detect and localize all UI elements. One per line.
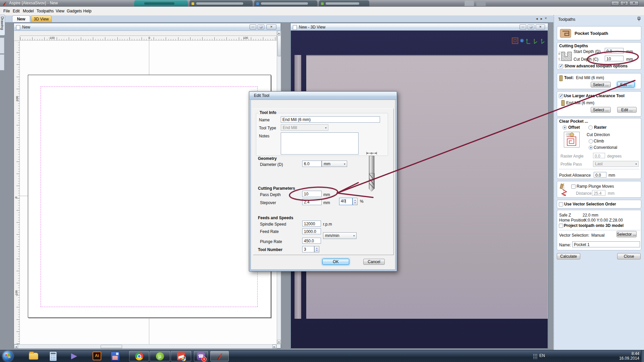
tab-close-icon[interactable]: ×: [545, 16, 547, 20]
background-browser-tab[interactable]: [134, 0, 188, 6]
menu-view[interactable]: View: [56, 9, 64, 13]
collapsed-side-tab[interactable]: [0, 38, 4, 54]
cut-depth-input[interactable]: 10: [605, 56, 624, 61]
minimize-icon[interactable]: —: [611, 1, 619, 6]
climb-radio[interactable]: [589, 139, 593, 143]
background-browser-tab[interactable]: [190, 0, 253, 6]
background-browser-tab[interactable]: [319, 0, 369, 6]
raster-angle-unit: degrees: [607, 154, 622, 159]
ok-button[interactable]: OK: [322, 259, 349, 265]
explorer-icon[interactable]: [29, 353, 38, 360]
offset-radio[interactable]: [562, 125, 567, 130]
tool-name-input[interactable]: End Mill (6 mm): [281, 116, 380, 123]
minimize-icon[interactable]: —: [250, 24, 256, 29]
menu-toolpaths[interactable]: Toolpaths: [37, 9, 54, 13]
tray-clock[interactable]: 8:44 16.09.2014: [616, 351, 639, 361]
minimize-icon[interactable]: —: [520, 24, 526, 29]
clearance-select-button[interactable]: Select ...: [591, 107, 611, 113]
menu-gadgets[interactable]: Gadgets: [67, 9, 82, 13]
background-browser-tab[interactable]: [465, 1, 474, 6]
tab-new[interactable]: New: [12, 15, 30, 22]
clearance-edit-button[interactable]: Edit ...: [617, 107, 637, 113]
pocket-allowance-input[interactable]: 0.0: [594, 172, 606, 178]
window-3d-titlebar[interactable]: New - 3D View — ❑ ✕: [291, 23, 548, 31]
calculate-button[interactable]: Calculate: [557, 253, 580, 259]
scrollbar-thumb[interactable]: [101, 345, 122, 349]
ramp-distance-input[interactable]: 25.4: [592, 190, 605, 196]
plunge-rate-input[interactable]: 450.0: [302, 238, 321, 244]
menu-help[interactable]: Help: [83, 9, 92, 13]
close-icon[interactable]: ✕: [629, 1, 639, 6]
show-advanced-checkbox[interactable]: [559, 64, 563, 68]
tool-select-button[interactable]: Select ...: [591, 82, 611, 87]
conventional-radio[interactable]: [589, 145, 593, 150]
text-editor-icon[interactable]: [111, 352, 120, 361]
illustrator-icon[interactable]: Ai: [93, 352, 101, 360]
window-2d-titlebar[interactable]: New — ❑ ✕: [14, 23, 280, 31]
close-icon[interactable]: ✕: [536, 24, 545, 29]
tool-number-input[interactable]: 3: [302, 246, 314, 252]
feed-rate-input[interactable]: 1000.0: [302, 228, 321, 234]
maximize-icon[interactable]: ❑: [258, 24, 264, 29]
rate-unit-select[interactable]: mm/min: [323, 232, 357, 239]
taskbar-viber[interactable]: ☎1: [194, 351, 208, 361]
project-checkbox[interactable]: [559, 224, 563, 228]
tab-nav-prev-icon[interactable]: ◄: [535, 17, 538, 21]
raster-angle-input[interactable]: 0.0: [593, 153, 605, 158]
start-depth-input[interactable]: 0.0: [605, 48, 624, 54]
stepover-percent-spinner[interactable]: [353, 198, 358, 205]
selector-button[interactable]: Selector ...: [616, 231, 637, 237]
profile-pass-select[interactable]: Last: [593, 161, 639, 167]
diameter-unit-select[interactable]: mm: [322, 161, 347, 167]
scroll-down-icon[interactable]: ▼: [277, 340, 281, 344]
show-desktop-button[interactable]: [641, 350, 644, 362]
menu-model[interactable]: Model: [23, 9, 34, 13]
scrollbar-horizontal[interactable]: ◄ ►: [14, 344, 277, 349]
canvas-2d[interactable]: [20, 41, 277, 344]
scroll-right-icon[interactable]: ►: [272, 345, 276, 348]
clearance-checkbox[interactable]: [559, 94, 563, 98]
tab-nav-next-icon[interactable]: ►: [540, 17, 543, 21]
toolpath-name-input[interactable]: Pocket 1: [572, 241, 640, 247]
selection-dashed-rect[interactable]: [41, 86, 258, 307]
raster-radio[interactable]: [588, 125, 593, 130]
taskbar-chrome[interactable]: [129, 351, 149, 361]
pass-depth-input[interactable]: 10: [302, 191, 322, 197]
scrollbar-thumb[interactable]: [277, 36, 281, 56]
background-browser-tab[interactable]: [476, 1, 486, 6]
scroll-up-icon[interactable]: ▲: [277, 31, 281, 35]
tab-3d-view[interactable]: 3D View: [31, 15, 52, 22]
close-icon[interactable]: ✕: [266, 24, 276, 29]
spindle-speed-input[interactable]: 12000: [302, 221, 321, 227]
tool-number-spinner[interactable]: [314, 246, 319, 252]
document-tabstrip: New 3D View ◄ ► ×: [0, 15, 644, 22]
scroll-left-icon[interactable]: ◄: [14, 345, 18, 348]
menu-edit[interactable]: Edit: [13, 9, 20, 13]
language-indicator[interactable]: EN: [539, 354, 545, 358]
tool-type-select[interactable]: End Mill: [281, 124, 328, 131]
cancel-button[interactable]: Cancel: [363, 259, 385, 265]
start-button[interactable]: [3, 351, 13, 361]
stepover-input[interactable]: 2.4: [302, 199, 322, 205]
tool-edit-button[interactable]: Edit ...: [617, 82, 635, 87]
dialog-titlebar[interactable]: Edit Tool: [250, 92, 396, 100]
restore-icon[interactable]: ❑: [620, 1, 628, 6]
kmplayer-icon[interactable]: ▶: [71, 351, 77, 360]
hidden-icons-grid[interactable]: [533, 354, 538, 359]
vector-order-checkbox[interactable]: [559, 202, 563, 206]
close-button[interactable]: Close: [617, 253, 641, 259]
taskbar-utorrent[interactable]: µ: [150, 351, 170, 361]
taskbar-aspire[interactable]: [210, 351, 229, 361]
tab-drawing-vertical[interactable]: Drawing: [0, 15, 5, 36]
menu-file[interactable]: File: [3, 9, 10, 13]
diameter-input[interactable]: 6.0: [302, 161, 322, 167]
taskbar-modeling-app[interactable]: [171, 351, 191, 361]
stepover-percent-input[interactable]: 40: [339, 198, 353, 205]
calculator-icon[interactable]: [50, 352, 57, 361]
notes-textarea[interactable]: [281, 132, 359, 155]
background-browser-tab[interactable]: [254, 0, 317, 6]
restore-icon[interactable]: ❑: [528, 24, 534, 29]
pin-icon[interactable]: [637, 17, 641, 21]
collapsed-side-tab[interactable]: [0, 54, 4, 70]
ramp-checkbox[interactable]: [571, 184, 576, 189]
